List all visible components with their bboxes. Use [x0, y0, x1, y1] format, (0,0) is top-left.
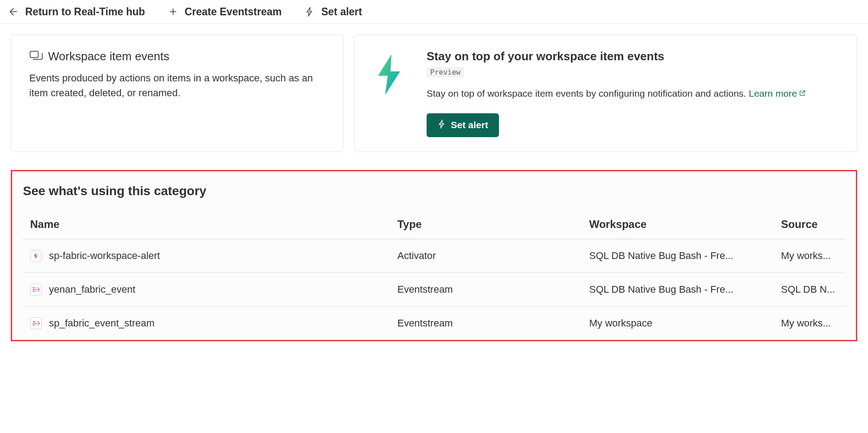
set-alert-button-primary[interactable]: Set alert: [427, 113, 499, 137]
row-type: Eventstream: [390, 306, 582, 340]
lightning-icon: [437, 119, 446, 132]
eventstream-icon: [30, 284, 42, 295]
workspace-events-card: Workspace item events Events produced by…: [11, 35, 343, 152]
promo-description: Stay on top of workspace item events by …: [427, 86, 839, 101]
col-header-type[interactable]: Type: [390, 213, 582, 239]
lightning-large-icon: [373, 53, 405, 98]
table-row[interactable]: sp-fabric-workspace-alert Activator SQL …: [23, 239, 845, 272]
col-header-source[interactable]: Source: [774, 213, 845, 239]
promo-card: Stay on top of your workspace item event…: [354, 35, 857, 152]
card-title: Workspace item events: [48, 49, 169, 63]
row-workspace: My workspace: [582, 306, 774, 340]
usage-table: Name Type Workspace Source sp-fabric-wor…: [23, 213, 845, 340]
return-label: Return to Real-Time hub: [25, 6, 145, 18]
row-source: My works...: [774, 239, 845, 272]
return-to-hub-button[interactable]: Return to Real-Time hub: [7, 5, 145, 18]
set-alert-button-label: Set alert: [451, 120, 488, 130]
main-content: Workspace item events Events produced by…: [0, 24, 868, 352]
row-name: sp-fabric-workspace-alert: [49, 250, 160, 262]
alert-label: Set alert: [321, 6, 362, 18]
promo-title: Stay on top of your workspace item event…: [427, 49, 839, 63]
row-source: My works...: [774, 306, 845, 340]
promo-content: Stay on top of your workspace item event…: [427, 49, 839, 137]
learn-more-link[interactable]: Learn more: [749, 88, 806, 98]
table-row[interactable]: sp_fabric_event_stream Eventstream My wo…: [23, 306, 845, 340]
eventstream-icon: [30, 317, 42, 329]
lightning-icon: [303, 5, 316, 18]
row-workspace: SQL DB Native Bug Bash - Fre...: [582, 239, 774, 272]
card-description: Events produced by actions on items in a…: [29, 71, 325, 100]
col-header-name[interactable]: Name: [23, 213, 390, 239]
external-link-icon: [799, 86, 806, 101]
row-type: Activator: [390, 239, 582, 272]
preview-badge: Preview: [427, 67, 464, 77]
toolbar: Return to Real-Time hub Create Eventstre…: [0, 0, 868, 24]
usage-section: See what's using this category Name Type…: [11, 170, 857, 341]
plus-icon: [167, 5, 179, 18]
section-heading: See what's using this category: [23, 184, 845, 198]
svg-rect-0: [30, 51, 38, 58]
cards-row: Workspace item events Events produced by…: [11, 35, 857, 152]
table-row[interactable]: yenan_fabric_event Eventstream SQL DB Na…: [23, 272, 845, 306]
table-header-row: Name Type Workspace Source: [23, 213, 845, 239]
create-eventstream-button[interactable]: Create Eventstream: [167, 5, 282, 18]
card-header: Workspace item events: [29, 49, 325, 63]
row-name: yenan_fabric_event: [49, 284, 135, 295]
stack-icon: [29, 50, 43, 63]
row-workspace: SQL DB Native Bug Bash - Fre...: [582, 272, 774, 306]
create-label: Create Eventstream: [185, 6, 282, 18]
activator-icon: [30, 250, 42, 262]
row-source: SQL DB N...: [774, 272, 845, 306]
arrow-left-icon: [7, 5, 20, 18]
row-name: sp_fabric_event_stream: [49, 317, 155, 329]
col-header-workspace[interactable]: Workspace: [582, 213, 774, 239]
set-alert-button-toolbar[interactable]: Set alert: [303, 5, 362, 18]
row-type: Eventstream: [390, 272, 582, 306]
